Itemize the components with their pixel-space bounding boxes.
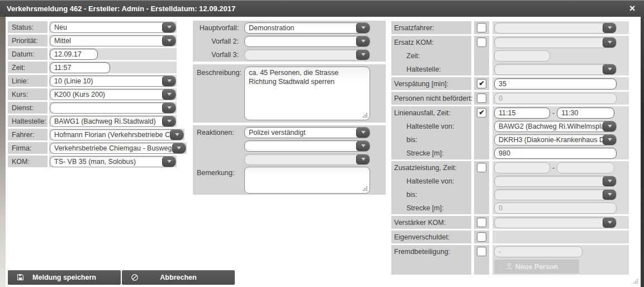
chevron-down-icon[interactable]	[162, 116, 176, 126]
chevron-down-icon[interactable]	[603, 135, 616, 145]
ersatzfahrer-checkbox[interactable]	[477, 23, 486, 32]
chevron-down-icon[interactable]	[356, 23, 370, 33]
field-label: Priorität:	[8, 35, 48, 46]
chevron-down-icon[interactable]	[356, 128, 370, 138]
zusatzleistung-checkbox[interactable]	[477, 163, 486, 172]
chevron-down-icon[interactable]	[356, 141, 370, 151]
chevron-down-icon[interactable]	[162, 90, 176, 100]
linienausfall-zeit-von-input[interactable]	[494, 107, 550, 119]
chevron-down-icon[interactable]	[603, 121, 616, 131]
button-label: Meldung speichern	[32, 274, 96, 281]
save-button[interactable]: Meldung speichern	[8, 270, 121, 285]
window-edge-left	[0, 17, 6, 287]
eigenverschuldet-checkbox[interactable]	[477, 232, 486, 242]
verspaetung-checkbox[interactable]: ✔	[477, 79, 486, 88]
ersatzfahrer-select[interactable]	[494, 22, 617, 34]
datum-row: Datum:	[8, 48, 177, 60]
ersatz-zeit-input[interactable]	[494, 50, 550, 62]
selected-value	[495, 218, 603, 228]
field-label: bis:	[391, 134, 471, 145]
chevron-down-icon[interactable]	[603, 37, 616, 48]
field-label: Fremdbeteiligung:	[391, 246, 471, 257]
personen-input[interactable]	[494, 93, 617, 104]
linienausfall-bis-select[interactable]: DKRH3 (Diakonie-Krankenhaus Diako	[494, 134, 617, 145]
chevron-down-icon[interactable]	[162, 157, 176, 167]
status-select[interactable]: Neu	[50, 22, 176, 33]
chevron-down-icon[interactable]	[170, 130, 183, 140]
close-button[interactable]: ×	[624, 0, 641, 17]
chevron-down-icon[interactable]	[603, 218, 616, 228]
chevron-down-icon[interactable]	[603, 190, 616, 200]
linienausfall-zeit-bis-input[interactable]	[557, 107, 614, 119]
zusatzleistung-zeit-von-input[interactable]	[494, 162, 550, 173]
zeit-input[interactable]	[50, 62, 110, 73]
cancel-button[interactable]: Abbrechen	[122, 270, 235, 285]
personen-checkbox[interactable]	[477, 93, 486, 103]
chevron-down-icon[interactable]	[162, 36, 176, 46]
field-label: Hauptvorfall:	[193, 24, 240, 32]
range-separator: -	[552, 109, 555, 117]
zusatzleistung-group: Zusatzleistung, Zeit: Haltestelle von: b…	[391, 161, 629, 214]
haltestelle-select[interactable]: BAWG1 (Bachweg Ri.Stadtwald)	[50, 116, 176, 127]
kurs-select[interactable]: K200 (Kurs 200)	[50, 89, 176, 100]
selected-value: Verkehrsbetriebe Chiemgau - Busweg	[50, 143, 172, 153]
chevron-down-icon[interactable]	[172, 143, 186, 153]
kom-select[interactable]: TS- VB 35 (man, Solobus)	[50, 156, 176, 167]
verstaerker-kom-checkbox[interactable]	[477, 218, 486, 227]
field-label: Datum:	[8, 48, 48, 60]
fahrer-select[interactable]: Hofmann Florian (Verkehrsbetriebe C	[50, 129, 184, 140]
reaktionen-select-2[interactable]	[244, 140, 370, 152]
prioritaet-select[interactable]: Mittel	[50, 35, 176, 46]
chevron-down-icon[interactable]	[356, 154, 370, 164]
chevron-down-icon[interactable]	[603, 176, 616, 186]
vorfall-block: Hauptvorfall: Demonstration Vorfall 2:	[193, 21, 386, 62]
ersatz-haltestelle-select[interactable]	[494, 64, 617, 75]
chevron-down-icon[interactable]	[356, 36, 370, 46]
neue-person-button[interactable]: Neue Person	[494, 260, 579, 274]
reaktionen-select-3[interactable]	[244, 154, 370, 165]
dienst-select[interactable]	[50, 102, 176, 114]
chevron-down-icon[interactable]	[162, 103, 176, 113]
field-label: Bemerkung:	[193, 167, 240, 177]
reaktionen-select-1[interactable]: Polizei verständigt	[244, 127, 370, 138]
beschreibung-textarea[interactable]: ca. 45 Personen, die Strasse Richtung St…	[244, 67, 370, 120]
dienst-row: Dienst:	[8, 102, 177, 114]
chevron-down-icon[interactable]	[603, 23, 616, 33]
firma-select[interactable]: Verkehrsbetriebe Chiemgau - Busweg	[50, 143, 186, 154]
ersatz-kom-checkbox[interactable]	[477, 37, 486, 47]
fremdbeteiligung-checkbox[interactable]	[477, 247, 486, 256]
chevron-down-icon[interactable]	[603, 64, 616, 74]
zusatzleistung-bis-select[interactable]	[494, 189, 617, 200]
selected-value	[495, 176, 603, 186]
fremdbeteiligung-input[interactable]	[494, 246, 583, 257]
ersatz-kom-select[interactable]	[494, 37, 617, 48]
linienausfall-strecke-input[interactable]	[494, 148, 617, 159]
selected-value: BAWG2 (Bachweg Ri.Wilhelmsplatz)	[495, 121, 603, 131]
field-label: Vorfall 3:	[193, 51, 240, 59]
chevron-down-icon[interactable]	[162, 22, 176, 32]
selected-value: Polizei verständigt	[245, 128, 356, 138]
field-label: Linienausfall, Zeit:	[391, 107, 471, 119]
linie-select[interactable]: 10 (Linie 10)	[50, 76, 176, 87]
selected-value	[245, 141, 356, 151]
zusatzleistung-von-select[interactable]	[494, 176, 617, 187]
hauptvorfall-select[interactable]: Demonstration	[244, 22, 370, 34]
vorfall2-select[interactable]	[244, 36, 370, 47]
resize-grip-icon[interactable]	[363, 113, 368, 118]
reaktionen-block: Reaktionen: Polizei verständigt	[193, 125, 386, 195]
verspaetung-input[interactable]	[494, 78, 617, 90]
verstaerker-kom-select[interactable]	[494, 217, 617, 228]
linienausfall-checkbox[interactable]: ✔	[477, 108, 486, 117]
zusatzleistung-strecke-input[interactable]	[494, 203, 617, 214]
datum-input[interactable]	[50, 49, 98, 60]
field-label: Status:	[8, 21, 48, 33]
bemerkung-textarea[interactable]	[244, 167, 370, 194]
linienausfall-von-select[interactable]: BAWG2 (Bachweg Ri.Wilhelmsplatz)	[494, 121, 617, 132]
resize-grip-icon[interactable]	[363, 186, 368, 191]
vorfall3-select[interactable]	[244, 49, 370, 60]
selected-value: Demonstration	[245, 23, 356, 33]
zusatzleistung-zeit-bis-input[interactable]	[557, 162, 614, 173]
chevron-down-icon[interactable]	[162, 76, 176, 86]
window-resize-grip[interactable]	[633, 279, 638, 284]
chevron-down-icon[interactable]	[356, 50, 370, 60]
